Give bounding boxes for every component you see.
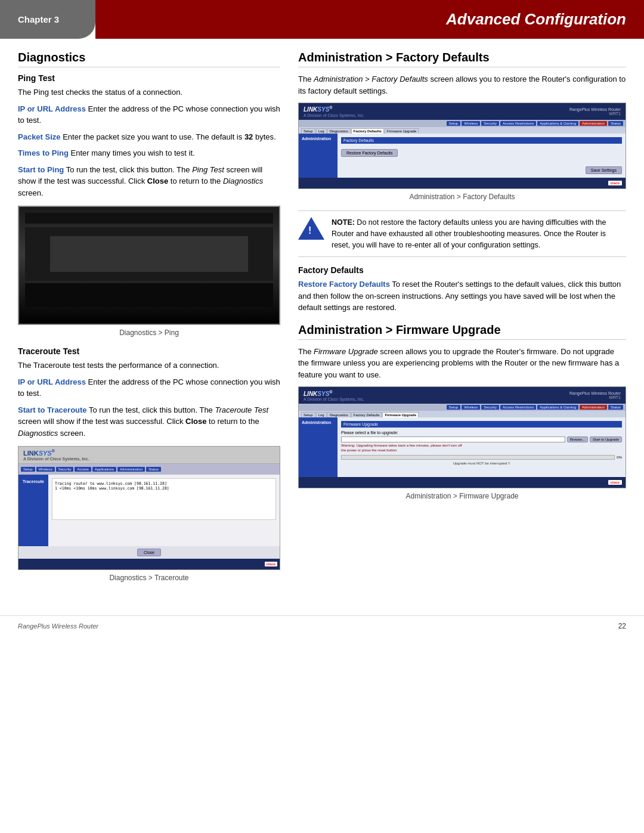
fw-file-input[interactable] xyxy=(341,436,565,442)
rs-nav-security: Security xyxy=(481,121,499,126)
firmware-screenshot: LINKSYS® A Division of Cisco Systems, In… xyxy=(298,386,626,488)
trace-ip-label: IP or URL Address xyxy=(18,377,86,386)
ping-test-heading: Ping Test xyxy=(18,73,280,83)
rs-main-factory: Factory Defaults Restore Factory Default… xyxy=(338,134,626,178)
rs-nav-setup: Setup xyxy=(447,121,461,126)
restore-label: Restore Factory Defaults xyxy=(298,280,390,289)
trace-nav-item: Applications xyxy=(92,467,116,472)
rs-tab-diag: Diagnostics xyxy=(327,128,351,134)
rs-cisco-logo: cisco xyxy=(608,181,622,185)
ping-times-para: Times to Ping Enter many times you wish … xyxy=(18,147,280,159)
ping-packet-label: Packet Size xyxy=(18,132,61,141)
warning-triangle-icon xyxy=(298,217,324,240)
ping-caption: Diagnostics > Ping xyxy=(18,327,280,338)
factory-defaults-heading: Administration > Factory Defaults xyxy=(298,51,626,67)
page-header: Chapter 3 Advanced Configuration xyxy=(0,0,644,39)
rs-fw-tab-setup: Setup xyxy=(301,412,315,417)
rs-nav-access: Access Restrictions xyxy=(500,121,536,126)
trace-nav-item: Setup xyxy=(21,467,35,472)
rs-save-btn[interactable]: Save Settings xyxy=(586,166,622,174)
fw-browse-btn[interactable]: Browse... xyxy=(567,436,588,442)
ping-packet-para: Packet Size Enter the packet size you wa… xyxy=(18,131,280,143)
page-footer: RangePlus Wireless Router 22 xyxy=(0,615,644,636)
note-content: NOTE: Do not restore the factory default… xyxy=(332,217,626,250)
trace-start-label: Start to Traceroute xyxy=(18,405,87,414)
diagnostics-heading: Diagnostics xyxy=(18,51,280,67)
right-column: Administration > Factory Defaults The Ad… xyxy=(298,51,626,592)
trace-ip-para: IP or URL Address Enter the address of t… xyxy=(18,376,280,400)
chapter-text: Chapter 3 xyxy=(18,14,59,24)
trace-close-button[interactable]: Close xyxy=(137,549,161,556)
factory-defaults-screenshot: LINKSYS® A Division of Cisco Systems, In… xyxy=(298,103,626,189)
rs-fw-logo: LINKSYS® A Division of Cisco Systems, In… xyxy=(304,390,364,401)
rs-tab-factory: Factory Defaults xyxy=(351,128,384,134)
rs-nav-admin: Administration xyxy=(580,121,607,126)
fw-upgrade-btn[interactable]: Start to Upgrade xyxy=(590,436,622,442)
rs-fw-nav-status: Status xyxy=(608,405,623,410)
note-box: NOTE: Do not restore the factory default… xyxy=(298,210,626,257)
rs-fw-cisco-logo: cisco xyxy=(608,480,622,485)
traceroute-label: Traceroute xyxy=(23,479,44,484)
rs-fw-nav-admin: Administration xyxy=(580,405,607,410)
factory-screenshot-caption: Administration > Factory Defaults xyxy=(298,191,626,202)
ping-times-label: Times to Ping xyxy=(18,148,69,157)
trace-start-para: Start to Traceroute To run the test, cli… xyxy=(18,404,280,439)
rs-fw-tab-diag: Diagnostics xyxy=(327,412,351,417)
trace-nav-item: Wireless xyxy=(36,467,55,472)
fw-file-label: Please select a file to upgrade: xyxy=(341,431,622,435)
trace-nav-item: Access xyxy=(75,467,91,472)
restore-factory-para: Restore Factory Defaults To reset the Ro… xyxy=(298,278,626,314)
trace-nav-item: Administration xyxy=(117,467,145,472)
rs-logo: LINKSYS® A Division of Cisco Systems, In… xyxy=(304,106,364,117)
rs-fw-sidebar: Administration xyxy=(299,417,338,477)
rs-fw-nav-setup: Setup xyxy=(447,405,461,410)
fw-upgrade-note: Upgrade must NOT be interrupted !! xyxy=(341,462,622,465)
fw-progress-pct: 0% xyxy=(617,456,622,459)
fw-warning: Warning: Upgrading firmware takes back a… xyxy=(341,444,622,453)
ping-ip-para: IP or URL Address Enter the address of t… xyxy=(18,103,280,126)
firmware-intro: The Firmware Upgrade screen allows you t… xyxy=(298,346,626,381)
traceroute-caption: Diagnostics > Traceroute xyxy=(18,572,280,583)
footer-product: RangePlus Wireless Router xyxy=(18,623,98,630)
factory-intro: The Administration > Factory Defaults sc… xyxy=(298,73,626,97)
trace-nav-item: Security xyxy=(56,467,74,472)
trace-output: Tracing router to www.linksys.com [98.16… xyxy=(52,478,276,520)
traceroute-heading: Traceroute Test xyxy=(18,346,280,356)
rs-section-label: Factory Defaults xyxy=(341,137,622,144)
factory-defaults-sub-heading: Factory Defaults xyxy=(298,265,626,275)
ping-screenshot xyxy=(18,206,280,325)
ping-start-label: Start to Ping xyxy=(18,165,64,174)
chapter-label: Chapter 3 xyxy=(0,0,95,39)
rs-tab-firmware: Firmware Upgrade xyxy=(385,128,419,134)
fw-progress-bar xyxy=(341,455,615,460)
ping-start-para: Start to Ping To run the test, click thi… xyxy=(18,164,280,199)
rs-fw-tab-firmware: Firmware Upgrade xyxy=(382,412,419,417)
rs-fw-section-label: Firmware Upgrade xyxy=(341,421,622,428)
footer-page: 22 xyxy=(618,622,626,630)
note-icon xyxy=(298,217,324,240)
rs-fw-nav-apps: Applications & Gaming xyxy=(537,405,578,410)
rs-nav-status: Status xyxy=(608,121,623,126)
page-title: Advanced Configuration xyxy=(446,10,626,29)
rs-restore-btn[interactable]: Restore Factory Defaults xyxy=(341,149,398,157)
left-column: Diagnostics Ping Test The Ping test chec… xyxy=(18,51,280,592)
firmware-screenshot-caption: Administration > Firmware Upgrade xyxy=(298,491,626,501)
rs-fw-nav-wireless: Wireless xyxy=(462,405,480,410)
traceroute-screenshot: LINKSYS® A Division of Cisco Systems, In… xyxy=(18,446,280,570)
trace-nav-item: Status xyxy=(146,467,161,472)
rs-tab-setup: Setup xyxy=(301,128,315,134)
rs-fw-main: Firmware Upgrade Please select a file to… xyxy=(338,417,626,477)
trace-intro: The Traceroute test tests the performanc… xyxy=(18,360,280,371)
page-content: Diagnostics Ping Test The Ping test chec… xyxy=(0,39,644,603)
ping-ip-label: IP or URL Address xyxy=(18,104,86,113)
rs-nav-wireless: Wireless xyxy=(462,121,480,126)
rs-tab-log: Log xyxy=(316,128,327,134)
rs-sidebar-admin: Administration xyxy=(299,134,338,178)
rs-fw-nav-access: Access Restrictions xyxy=(500,405,536,410)
ping-intro: The Ping test checks the status of a con… xyxy=(18,86,280,98)
rs-fw-nav-security: Security xyxy=(481,405,499,410)
header-title-area: Advanced Configuration xyxy=(95,0,644,39)
firmware-upgrade-heading: Administration > Firmware Upgrade xyxy=(298,323,626,340)
rs-nav-apps: Applications & Gaming xyxy=(537,121,578,126)
rs-fw-tab-factory: Factory Defaults xyxy=(351,412,382,417)
